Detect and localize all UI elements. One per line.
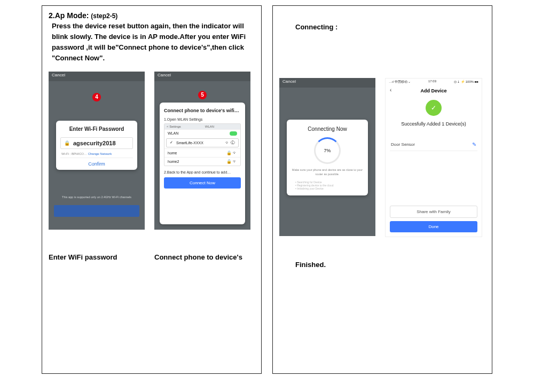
caption-4: Enter WiFi password: [49, 253, 145, 261]
wlan-back: < Settings: [167, 125, 181, 128]
cancel-link[interactable]: Cancel: [52, 73, 65, 77]
connect-now-button[interactable]: Connect Now: [164, 177, 241, 189]
device-row[interactable]: Door Sensor ✎: [390, 138, 477, 151]
toggle-icon[interactable]: [230, 131, 237, 136]
wifi-password-card: Enter Wi-Fi Password 🔒 agsecurity2018 Wi…: [56, 121, 137, 170]
finished-caption: Finished.: [295, 261, 485, 269]
manual-page-left: 2.Ap Mode: (step2-5) Press the device re…: [42, 5, 262, 374]
step-badge-4: 4: [92, 93, 101, 101]
wifi-footnote: This app is supported only on 2.4GHz Wi-…: [49, 195, 145, 199]
change-network-link[interactable]: Change Network: [88, 152, 112, 155]
progress-percent: 7%: [324, 148, 331, 153]
wifi-subline: Wi-Fi : BPHICO… Change Network: [61, 152, 133, 155]
connect-phone-card: Connect phone to device's wifi… 1.Open W…: [160, 103, 245, 224]
screenshot-enter-wifi: Cancel 4 Enter Wi-Fi Password 🔒 agsecuri…: [49, 72, 145, 230]
card-title: Enter Wi-Fi Password: [60, 126, 133, 132]
progress-step: Initializing your Device: [295, 187, 359, 190]
sub-prefix: Wi-Fi : BPHICO…: [61, 152, 87, 155]
share-button[interactable]: Share with Family: [390, 206, 477, 218]
tip-text: Make sure your phone and device are as c…: [291, 168, 364, 176]
bottom-buttons: Share with Family Done: [390, 206, 477, 232]
ssid-text: agsecurity2018: [73, 140, 116, 146]
wlan-settings-preview: < Settings WLAN WLAN SmartLife-XXXXᯤ ⓘ h…: [164, 123, 241, 166]
caption-5: Connect phone to device's: [154, 253, 250, 261]
wlan-header: < Settings WLAN: [164, 124, 240, 129]
wifi-icon: 🔒 ᯤ: [226, 151, 237, 155]
screenshot-connecting: Cancel Connecting Now 7% Make sure your …: [279, 78, 375, 236]
connecting-card: Connecting Now 7% Make sure your phone a…: [287, 120, 368, 195]
manual-page-right: Connecting : Cancel Connecting Now 7% Ma…: [272, 5, 492, 374]
wlan-row[interactable]: home🔒 ᯤ: [164, 148, 240, 157]
confirm-button[interactable]: Confirm: [60, 158, 133, 167]
device-name: Door Sensor: [391, 142, 415, 147]
cancel-link[interactable]: Cancel: [158, 73, 171, 77]
wlan-row-selected[interactable]: SmartLife-XXXXᯤ ⓘ: [166, 138, 239, 147]
progress-ring: 7%: [314, 137, 341, 164]
cancel-link[interactable]: Cancel: [282, 79, 296, 84]
success-check-icon: ✓: [426, 100, 442, 116]
wlan-title: WLAN: [205, 125, 214, 128]
wlan-row[interactable]: WLAN: [164, 129, 240, 137]
title-main: 2.Ap Mode:: [49, 11, 91, 20]
wifi-ssid-field[interactable]: 🔒 agsecurity2018: [60, 137, 133, 149]
card-title: Connecting Now: [291, 126, 364, 132]
progress-steps: Searching for Device Registering device …: [295, 181, 359, 190]
page-title: Add Device: [386, 86, 482, 96]
captions: Enter WiFi password Connect phone to dev…: [49, 230, 255, 261]
screenshots-row: Cancel Connecting Now 7% Make sure your …: [279, 78, 485, 237]
step-2-label: 2.Back to the App and continue to add…: [164, 170, 241, 174]
done-button[interactable]: Done: [390, 221, 477, 232]
section-title: 2.Ap Mode: (step2-5): [49, 11, 255, 20]
connecting-heading: Connecting :: [295, 23, 485, 31]
card-title: Connect phone to device's wifi…: [164, 108, 241, 113]
step-1-label: 1.Open WLAN Settings: [164, 117, 241, 121]
step-badge-5: 5: [198, 91, 207, 99]
screenshot-connect-phone: Cancel 5 Connect phone to device's wifi……: [154, 72, 250, 230]
screenshots-row: Cancel 4 Enter Wi-Fi Password 🔒 agsecuri…: [49, 72, 255, 230]
screenshot-finished: …ıl 中国移动 ⌄ 17:03 ◎ ⤓ ⚡ 100% ■■ ‹ Add Dev…: [385, 78, 482, 237]
wifi-icon: ᯤ ⓘ: [225, 140, 235, 145]
bottom-bar: [54, 205, 139, 217]
lock-icon: 🔒: [64, 140, 70, 146]
title-sub: (step2-5): [91, 12, 117, 20]
wlan-row[interactable]: home2🔒 ᯤ: [164, 157, 240, 166]
wifi-icon: 🔒 ᯤ: [226, 159, 237, 164]
instruction-text: Press the device reset button again, the…: [52, 21, 255, 64]
success-text: Succesfully Added 1 Device(s): [386, 121, 482, 127]
edit-icon[interactable]: ✎: [472, 142, 476, 147]
